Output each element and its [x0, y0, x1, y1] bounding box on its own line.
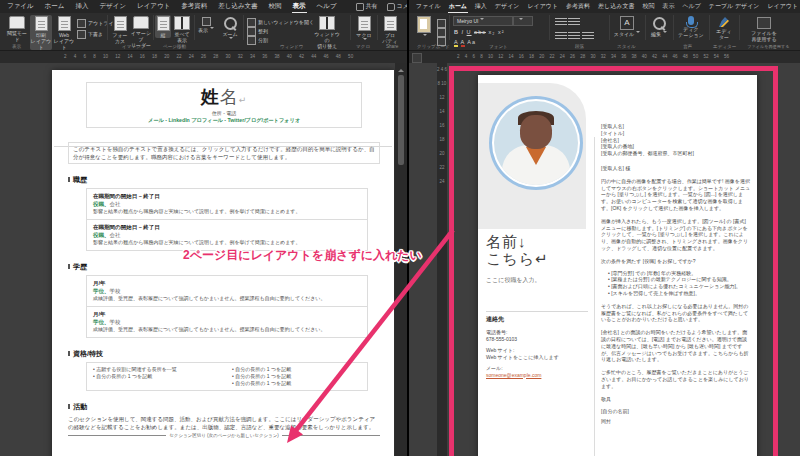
group-share: Share	[386, 44, 398, 49]
book-icon	[133, 16, 149, 29]
group-styles: スタイル	[617, 44, 636, 49]
education-entry: 月/年 学位、学校 成績評価、受賞歴、表彰履歴について強調してもかまいません。授…	[87, 276, 367, 306]
tab-layout[interactable]: レイアウト	[526, 1, 559, 12]
dictate-button[interactable]: ディク テーション	[677, 15, 705, 38]
styles-button[interactable]: Aスタイル	[613, 15, 641, 37]
scroll-up-icon	[398, 66, 404, 72]
group-immersive: イマーシブ	[122, 44, 145, 49]
tab-help[interactable]: ヘルプ	[316, 1, 338, 12]
summary-paragraph[interactable]: このテキストを独自のテキストで置き換えるには、クリックして入力するだけです。経歴…	[68, 142, 380, 164]
align-right-icon	[582, 32, 594, 41]
italic-icon: I	[462, 29, 465, 35]
address-line: 住所 - 電話	[87, 110, 361, 117]
arrange-all-button[interactable]: 整列	[247, 27, 268, 36]
zoom-button[interactable]: ズーム	[220, 15, 240, 43]
cut-icon	[437, 19, 446, 28]
group-editor: エディター	[713, 44, 736, 49]
print-layout-button[interactable]: 印刷 レイアウト	[30, 15, 52, 50]
right-ribbon-home: Meiryo UI B I U abc x₂ x² A A Aa Aスタイル 編…	[409, 13, 800, 51]
clipboard-icon	[417, 16, 431, 33]
web-layout-button[interactable]: Web レイアウト	[53, 15, 75, 50]
font-name-box[interactable]: Meiryo UI	[453, 16, 513, 26]
tab-insert[interactable]: 挿入	[474, 1, 488, 12]
resume-name: 姓名↵	[87, 87, 361, 110]
new-window-button[interactable]: 新しいウィンドウを開く	[247, 18, 314, 27]
tab-layout[interactable]: レイアウト	[136, 1, 171, 12]
side-to-side-button[interactable]: 並べて 表示	[172, 15, 192, 43]
tab-file[interactable]: ファイル	[415, 1, 442, 12]
show-button[interactable]: 表示	[198, 15, 214, 33]
page-icon	[35, 16, 48, 31]
copy-button[interactable]	[437, 28, 448, 37]
font-color-row[interactable]: A A Aa	[454, 39, 476, 45]
book-icon	[9, 16, 25, 29]
section-heading-activities: 活動	[68, 402, 380, 412]
ruler-numbers: 2 4 6 8 10 12 14 16 18 20 22 24 26 28 30…	[64, 54, 353, 59]
share-button[interactable]: 共有	[356, 2, 378, 11]
vertical-button[interactable]: 縦	[155, 15, 171, 38]
tab-references[interactable]: 参考資料	[180, 1, 208, 12]
tab-home-active[interactable]: ホーム	[448, 1, 468, 13]
paste-button[interactable]	[413, 15, 435, 40]
tab-help[interactable]: ヘルプ	[681, 1, 701, 12]
focus-button[interactable]: フォー カス	[110, 15, 130, 44]
tab-home[interactable]: ホーム	[44, 1, 66, 12]
name-content-control[interactable]: 姓名↵ 住所 - 電話 メール - LinkedIn プロフィール - Twit…	[86, 82, 362, 128]
properties-button[interactable]: プロ パティ	[380, 15, 400, 44]
underline-icon: U	[467, 29, 472, 35]
outline-icon	[77, 19, 86, 28]
tab-view-active[interactable]: 表示	[292, 1, 307, 13]
highlight-icon: A	[454, 39, 458, 47]
group-window: ウィンドウ	[280, 44, 304, 49]
skills-column-left: • 志願する役割に関連する長所を一覧 • 自分の長所の 1 つを記載	[93, 366, 222, 387]
list-buttons[interactable]	[555, 18, 580, 28]
scrollbar-thumb	[398, 75, 404, 165]
tab-review[interactable]: 校閲	[641, 1, 655, 12]
two-pages-icon	[174, 16, 190, 30]
reuse-files-button[interactable]: ファイルを 再使用する	[745, 15, 783, 42]
tab-view[interactable]: 表示	[661, 1, 675, 12]
activities-paragraph[interactable]: このセクションを使用して、関連する問題、活動、および貢献方法を強調します。ここに…	[68, 415, 380, 431]
tab-table-design[interactable]: テーブル デザイン	[708, 1, 761, 12]
page-icon	[114, 16, 127, 31]
share-label: 共有	[366, 2, 378, 11]
group-paragraph: 段落	[575, 44, 584, 49]
tab-review[interactable]: 校閲	[268, 1, 283, 12]
magnifier-icon	[224, 17, 237, 30]
tab-mailings[interactable]: 差し込み文書	[217, 1, 258, 12]
draft-button[interactable]: 下書き	[77, 30, 103, 39]
font-format-row[interactable]: B I U abc x₂ x²	[454, 29, 505, 35]
left-menu-bar: ファイル ホーム 挿入 デザイン レイアウト 参考資料 差し込み文書 校閲 表示…	[0, 0, 407, 13]
draft-icon	[77, 30, 86, 39]
macros-button[interactable]: マクロ	[354, 15, 374, 44]
editing-button[interactable]: 編集	[648, 15, 670, 37]
right-menu-bar: ファイル ホーム 挿入 デザイン レイアウト 参考資料 差し込み文書 校閲 表示…	[409, 0, 800, 13]
align-buttons[interactable]	[555, 32, 594, 42]
work-entry: 在職期間の開始日 – 終了日 役職、会社 影響と結果の観点から職務内容と実績につ…	[87, 189, 367, 219]
switch-windows-button[interactable]: ウィンドウの 切り替え	[312, 15, 342, 49]
font-size-box[interactable]	[513, 16, 533, 26]
bullet-list-icon	[555, 18, 567, 27]
right-vertical-ruler[interactable]: 2 4 6 8 10 12 14 16 18 20 22 24	[437, 63, 447, 456]
find-icon	[653, 17, 666, 30]
split-button[interactable]: 分割	[247, 36, 268, 45]
tab-table-layout[interactable]: レイアウト	[766, 1, 799, 12]
skills-table[interactable]: • 志願する役割に関連する長所を一覧 • 自分の長所の 1 つを記載 • 自分の…	[86, 362, 368, 391]
align-center-icon	[568, 32, 580, 41]
tab-design[interactable]: デザイン	[98, 1, 127, 12]
editor-button[interactable]: エディ ター	[712, 15, 736, 40]
group-page-movement: ページ移動	[163, 44, 186, 49]
tab-references[interactable]: 参考資料	[565, 1, 591, 12]
education-entries[interactable]: 月/年 学位、学校 成績評価、受賞歴、表彰履歴について強調してもかまいません。授…	[86, 275, 368, 338]
cut-button[interactable]	[437, 19, 448, 28]
read-mode-button[interactable]: 閲覧モード	[5, 15, 29, 42]
show-icon	[202, 17, 211, 26]
ruler-tab-selector[interactable]	[412, 53, 422, 63]
work-entries[interactable]: 在職期間の開始日 – 終了日 役職、会社 影響と結果の観点から職務内容と実績につ…	[86, 188, 368, 251]
tab-mailings[interactable]: 差し込み文書	[597, 1, 635, 12]
new-window-icon	[247, 18, 256, 27]
tab-insert[interactable]: 挿入	[74, 1, 89, 12]
tab-design[interactable]: デザイン	[494, 1, 521, 12]
tab-file[interactable]: ファイル	[6, 1, 35, 12]
properties-icon	[384, 16, 397, 31]
